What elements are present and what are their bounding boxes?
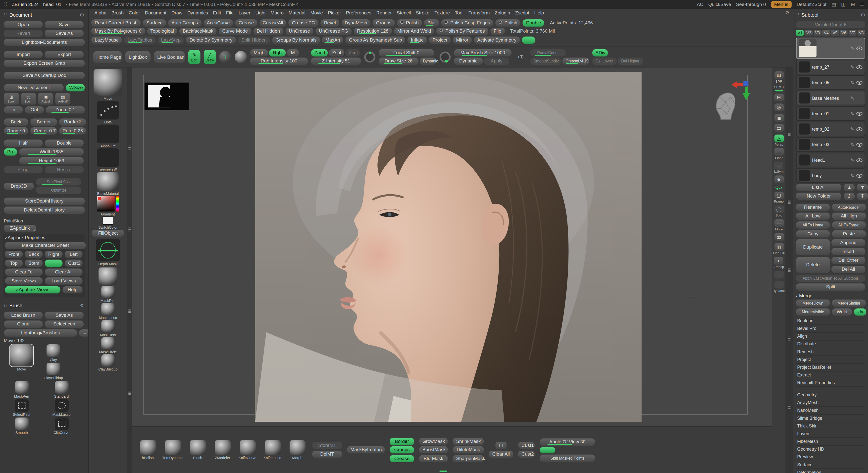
del-mt-button[interactable]: DelMT xyxy=(312,451,342,458)
subtool-section[interactable]: Project xyxy=(796,356,865,364)
save-brush-as-button[interactable]: Save As xyxy=(45,312,84,319)
line-fill-icon[interactable]: ▥ Line Fill xyxy=(773,243,785,255)
more-icon[interactable]: ⋯ More xyxy=(774,219,784,231)
rename-button[interactable]: Rename xyxy=(796,204,830,211)
mask-button[interactable]: Border xyxy=(390,438,414,445)
shelf-button[interactable]: Del Hidden xyxy=(253,28,283,35)
menu-item[interactable]: Zplugin xyxy=(492,10,513,15)
layout-icon[interactable]: ▤ xyxy=(831,2,836,7)
shelf-button[interactable]: Reset Current Brush xyxy=(91,19,141,26)
recent-brush-thumbnail[interactable] xyxy=(101,337,115,349)
shelf-button[interactable]: Groups xyxy=(373,19,395,26)
save-button[interactable]: Save xyxy=(45,21,84,28)
subtool-item[interactable]: body xyxy=(796,168,865,183)
scroll-icon[interactable]: ⊞ Scroll xyxy=(4,93,19,105)
gear-icon[interactable] xyxy=(80,303,84,308)
recent-brush-thumbnail[interactable] xyxy=(101,354,115,367)
zapplink-views-toggle[interactable]: ZAppLink Views xyxy=(5,286,60,293)
menu-item[interactable]: Alpha xyxy=(92,10,109,15)
subtool-item[interactable]: temp_05 xyxy=(796,75,865,90)
resize-button[interactable]: Resize xyxy=(45,166,84,174)
recent-brush-item[interactable]: MaskPen xyxy=(100,286,116,302)
store-mt-button[interactable]: StoreMT xyxy=(312,442,342,449)
revert-button[interactable]: Revert xyxy=(4,30,43,37)
recent-brush-item[interactable]: ClayBuildup xyxy=(98,354,117,371)
shelf-button[interactable]: Crease xyxy=(235,19,257,26)
weld-button[interactable]: Weld xyxy=(832,308,852,315)
shelf-button[interactable]: Bevel xyxy=(321,19,339,26)
new-document-button[interactable]: New Document xyxy=(4,84,64,91)
hue-strip[interactable] xyxy=(116,196,119,212)
append-button[interactable]: Append xyxy=(831,239,865,246)
tool-palette-section[interactable]: NanoMesh xyxy=(796,407,865,414)
rgb-toggle[interactable]: Rgb xyxy=(269,49,286,56)
del-higher-button[interactable]: Del Higher xyxy=(618,57,643,64)
view-front-button[interactable]: Front xyxy=(5,251,23,258)
shelf-button[interactable]: Blur xyxy=(424,19,439,26)
menu-item[interactable]: Edit xyxy=(211,10,224,15)
visibility-tab[interactable]: V5 xyxy=(831,30,839,36)
zoom-slider[interactable]: Zoom 0.1 xyxy=(46,106,85,114)
wsize-toggle[interactable]: WSize xyxy=(66,84,85,91)
shelf-button[interactable]: MaxAn xyxy=(322,36,344,43)
merge-similar-button[interactable]: MergeSimilar xyxy=(832,299,866,307)
panel-grip-icon[interactable] xyxy=(796,12,799,18)
visibility-tab[interactable]: V6 xyxy=(840,30,848,36)
paintbrush-icon[interactable] xyxy=(850,45,854,51)
menu-item[interactable]: File xyxy=(224,10,236,15)
divider-grip[interactable] xyxy=(788,132,790,136)
delete-depth-history-button[interactable]: DeleteDepthHistory xyxy=(4,207,85,214)
subtool-item[interactable]: temp_27 xyxy=(796,60,865,74)
shelf-button[interactable]: Delete By Symmetry xyxy=(186,36,236,43)
eye-icon[interactable] xyxy=(856,158,862,162)
tool-palette-section[interactable]: Geometry xyxy=(796,391,865,399)
qvz-icon[interactable]: Qvz xyxy=(775,186,782,190)
zcut-toggle[interactable]: Zcut xyxy=(345,49,360,56)
visibility-tab[interactable]: V3 xyxy=(813,30,822,36)
aahalf-icon[interactable]: ▤ AAHalf xyxy=(56,93,70,105)
material-sphere-icon[interactable] xyxy=(235,51,247,63)
select-icon-button[interactable]: SelectIcon xyxy=(45,320,84,328)
divider-grip[interactable] xyxy=(788,337,790,340)
transp-icon[interactable]: ◐ Transp xyxy=(774,257,784,269)
polyframe-icon[interactable]: ▦ xyxy=(774,233,784,241)
center-slider[interactable]: Center 0.7 xyxy=(30,127,57,135)
merge-section-header[interactable]: Merge xyxy=(796,293,865,298)
paintbrush-icon[interactable] xyxy=(850,157,854,163)
eye-icon[interactable] xyxy=(856,65,862,69)
color-sv-square[interactable] xyxy=(97,196,115,212)
all-to-home-button[interactable]: All To Home xyxy=(796,221,830,229)
shelf-button[interactable]: AccuCurve xyxy=(204,19,233,26)
menu-item[interactable]: Picker xyxy=(326,10,344,15)
zapplink-help-button[interactable]: Help xyxy=(62,286,82,293)
store-depth-history-button[interactable]: StoreDepthHistory xyxy=(4,197,85,205)
frame-icon[interactable]: ▢ Frame xyxy=(774,192,784,203)
shelf-button[interactable]: Polish xyxy=(496,19,521,26)
bottom-brush-item[interactable]: Morph xyxy=(287,440,307,460)
paintbrush-icon[interactable] xyxy=(850,126,854,132)
left-divider[interactable] xyxy=(127,67,132,473)
mask-button[interactable]: BlurMask xyxy=(419,455,448,462)
menu-item[interactable]: Transform xyxy=(466,10,492,15)
pro-toggle[interactable]: Pro xyxy=(4,148,17,156)
divider-grip[interactable] xyxy=(128,391,131,395)
all-low-button[interactable]: All Low xyxy=(796,213,830,220)
recent-brush-thumbnail[interactable] xyxy=(101,303,115,315)
clear-to-button[interactable]: Clear To xyxy=(5,269,42,276)
mask-button[interactable]: BoostMask xyxy=(419,446,448,453)
fill-object-button[interactable]: FillObject xyxy=(92,230,124,237)
shelf-button[interactable]: BackfaceMask xyxy=(179,28,217,35)
move-out-folder-icon[interactable]: ↥ xyxy=(844,193,855,200)
sculpt-canvas[interactable] xyxy=(132,67,772,426)
gear-icon[interactable] xyxy=(785,10,789,15)
bottom-brush-item[interactable]: Pinch xyxy=(188,440,208,460)
spix-icon[interactable]: SPix 3 xyxy=(774,85,784,91)
shelf-button[interactable]: Curve Mode xyxy=(219,28,251,35)
zadd-toggle[interactable]: Zadd xyxy=(311,49,328,56)
paintbrush-icon[interactable] xyxy=(850,64,854,70)
solo-icon[interactable]: ◯ Solo xyxy=(774,206,784,217)
floor-icon[interactable]: ⊥ Floor xyxy=(774,148,784,160)
all-to-target-button[interactable]: All To Target xyxy=(832,221,866,229)
mini-green-slider[interactable] xyxy=(539,447,555,452)
recent-brush-item[interactable]: MaskRect xyxy=(100,320,116,337)
